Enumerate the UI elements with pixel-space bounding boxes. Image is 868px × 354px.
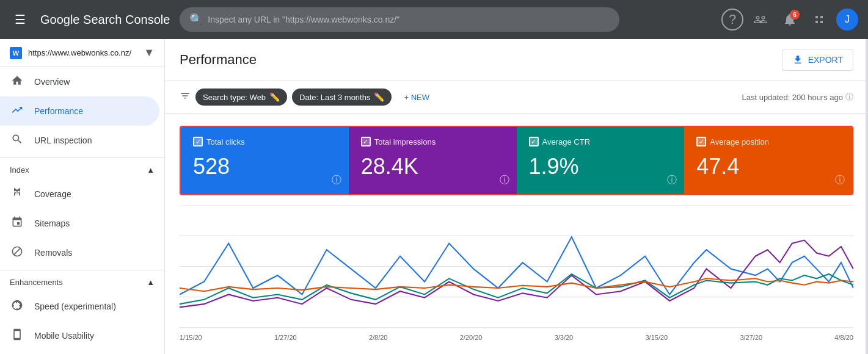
sidebar-item-label: Coverage [34,189,71,199]
notification-badge: 6 [790,10,800,20]
new-filter-label: + NEW [404,93,429,102]
last-updated-text: Last updated: 200 hours ago [742,93,843,102]
sidebar-item-label: URL inspection [34,135,92,145]
collapse-icon-2: ▲ [147,278,155,287]
section-index[interactable]: Index ▲ [0,161,164,179]
apps-button[interactable] [807,7,831,32]
chart-label: 1/15/20 [180,334,202,341]
metrics-section: Total clicks 528 ⓘ Total impressions 28.… [165,114,868,195]
search-type-chip[interactable]: Search type: Web ✏️ [195,88,287,106]
metric-checkbox-clicks[interactable] [193,137,203,146]
sidebar-item-url-inspection[interactable]: URL inspection [0,126,159,155]
metric-checkbox-ctr[interactable] [529,137,539,146]
chart-label: 3/15/20 [645,334,668,341]
sidebar-item-performance[interactable]: Performance [0,96,159,126]
page-title: Performance [180,52,257,68]
help-button[interactable]: ? [721,9,743,31]
content-header: Performance EXPORT [165,39,868,81]
chart-x-labels: 1/15/20 1/27/20 2/8/20 2/20/20 3/3/20 3/… [180,331,853,344]
performance-chart [180,205,853,330]
date-chip[interactable]: Date: Last 3 months ✏️ [292,88,392,106]
date-label: Date: Last 3 months [299,93,370,102]
metric-checkbox-position[interactable] [696,137,706,146]
chart-label: 3/27/20 [740,334,762,341]
divider [0,157,164,158]
metrics-cards: Total clicks 528 ⓘ Total impressions 28.… [180,126,853,195]
sidebar-item-removals[interactable]: Removals [0,238,159,267]
metric-card-impressions[interactable]: Total impressions 28.4K ⓘ [349,127,517,194]
metric-value-position: 47.4 [696,154,840,179]
filter-bar: Search type: Web ✏️ Date: Last 3 months … [165,81,868,114]
sidebar-item-mobile-usability[interactable]: Mobile Usability [0,321,159,350]
metric-card-position[interactable]: Average position 47.4 ⓘ [684,127,852,194]
chart-section: 1/15/20 1/27/20 2/8/20 2/20/20 3/3/20 3/… [165,195,868,330]
collapse-icon: ▲ [147,165,155,175]
export-label: EXPORT [808,55,843,65]
search-icon [10,133,24,148]
notifications-button[interactable]: 6 [778,7,802,32]
metric-label-impressions: Total impressions [361,137,505,146]
edit-search-type-icon: ✏️ [269,92,280,102]
url-search-bar[interactable]: 🔍 [180,7,619,32]
metric-card-clicks[interactable]: Total clicks 528 ⓘ [181,127,349,194]
chart-label: 3/3/20 [555,334,574,341]
sidebar-item-label: Speed (experimental) [34,302,116,311]
header-icons: ? 6 J [721,7,858,32]
metric-help-clicks[interactable]: ⓘ [332,174,341,187]
divider-2 [0,270,164,270]
metric-help-ctr[interactable]: ⓘ [667,174,677,187]
sidebar-item-speed[interactable]: Speed (experimental) [0,292,159,321]
coverage-icon [10,187,24,202]
metric-label-clicks: Total clicks [193,137,337,146]
user-avatar[interactable]: J [836,9,858,31]
sidebar-item-overview[interactable]: Overview [0,67,159,96]
chart-label: 2/20/20 [460,334,483,341]
trending-up-icon [10,104,24,119]
sidebar-item-label: Performance [34,106,83,116]
mobile-icon [10,328,24,344]
chart-label: 1/27/20 [274,334,297,341]
removals-icon [10,245,24,261]
scroll-indicator [866,39,868,354]
sidebar-item-label: Sitemaps [34,219,70,228]
main-layout: W https://www.webwonks.co.nz/ ▼ Overview… [0,39,868,354]
search-input[interactable] [208,15,610,24]
sidebar-item-label: Removals [34,248,72,258]
metric-value-impressions: 28.4K [361,154,505,179]
export-button[interactable]: EXPORT [782,49,853,71]
section-index-label: Index [10,165,29,175]
last-updated: Last updated: 200 hours ago ⓘ [742,92,853,103]
manage-accounts-button[interactable] [748,7,773,32]
section-enhancements-label: Enhancements [10,278,63,287]
metric-value-ctr: 1.9% [529,154,673,179]
top-header: ☰ Google Search Console 🔍 ? 6 J [0,0,868,39]
site-dropdown-icon[interactable]: ▼ [144,46,155,59]
metric-label-ctr: Average CTR [529,137,673,146]
search-icon: 🔍 [189,13,203,26]
site-selector[interactable]: W https://www.webwonks.co.nz/ ▼ [0,39,164,67]
section-enhancements[interactable]: Enhancements ▲ [0,273,164,292]
metric-checkbox-impressions[interactable] [361,137,371,146]
metric-help-impressions[interactable]: ⓘ [500,174,509,187]
metric-label-position: Average position [696,137,840,146]
metric-value-clicks: 528 [193,154,337,179]
search-type-label: Search type: Web [203,93,266,102]
sidebar: W https://www.webwonks.co.nz/ ▼ Overview… [0,39,165,354]
sidebar-item-label: Mobile Usability [34,331,94,341]
content-area: Performance EXPORT Search type: Web ✏️ D… [165,39,868,354]
sidebar-item-coverage[interactable]: Coverage [0,179,159,209]
site-url: https://www.webwonks.co.nz/ [28,48,137,57]
chart-label: 2/8/20 [369,334,388,341]
site-favicon: W [10,47,22,59]
home-icon [10,74,24,90]
app-title: Google Search Console [40,13,170,27]
help-circle-icon[interactable]: ⓘ [845,92,853,103]
metric-card-ctr[interactable]: Average CTR 1.9% ⓘ [517,127,685,194]
sidebar-item-sitemaps[interactable]: Sitemaps [0,209,159,238]
sidebar-item-label: Overview [34,77,70,87]
filter-icon[interactable] [180,90,191,104]
metric-help-position[interactable]: ⓘ [835,174,845,187]
sitemaps-icon [10,216,24,231]
menu-icon[interactable]: ☰ [10,7,31,32]
new-filter-button[interactable]: + NEW [396,89,437,106]
